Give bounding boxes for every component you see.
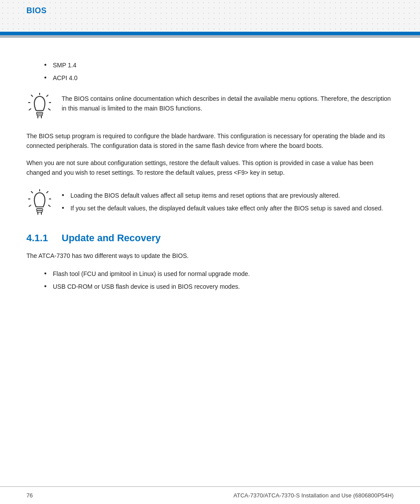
- tip2-bullet-list: Loading the BIOS default values affect a…: [62, 191, 383, 217]
- svg-line-19: [48, 205, 50, 206]
- page-number: 76: [26, 492, 33, 499]
- tip-box-1: The BIOS contains online documentation w…: [26, 92, 394, 122]
- list-item: SMP 1.4: [44, 61, 394, 70]
- top-bullet-list: SMP 1.4 ACPI 4.0: [44, 61, 394, 83]
- blue-bar: [0, 32, 420, 35]
- svg-line-6: [48, 109, 50, 110]
- gray-bar: [0, 35, 420, 38]
- svg-line-14: [31, 191, 33, 193]
- lightbulb-svg-1: [28, 93, 51, 121]
- svg-line-1: [31, 95, 33, 96]
- section-411-intro: The ATCA-7370 has two different ways to …: [26, 251, 394, 261]
- lightbulb-svg-2: [28, 189, 51, 218]
- list-item: USB CD-ROM or USB flash device is used i…: [44, 282, 394, 291]
- section-number: 4.1.1: [26, 232, 53, 244]
- body-paragraph-1: The BIOS setup program is required to co…: [26, 131, 394, 151]
- page-title: BIOS: [26, 6, 47, 15]
- section-title: Update and Recovery: [62, 232, 161, 244]
- list-item: Loading the BIOS default values affect a…: [62, 191, 383, 200]
- header-dots: [0, 0, 420, 32]
- header-pattern: BIOS: [0, 0, 420, 32]
- svg-line-15: [47, 191, 48, 193]
- lightbulb-icon-2: [26, 188, 53, 219]
- body-paragraph-2: When you are not sure about configuratio…: [26, 158, 394, 178]
- lightbulb-icon-1: [26, 92, 53, 122]
- list-item: Flash tool (FCU and ipmitool in Linux) i…: [44, 269, 394, 279]
- svg-line-2: [47, 95, 48, 96]
- list-item: ACPI 4.0: [44, 74, 394, 83]
- section-411-heading: 4.1.1 Update and Recovery: [26, 232, 394, 244]
- page-footer: 76 ATCA-7370/ATCA-7370-S Installation an…: [0, 486, 420, 504]
- section-411-bullets: Flash tool (FCU and ipmitool in Linux) i…: [44, 269, 394, 291]
- svg-line-18: [29, 205, 31, 206]
- document-title: ATCA-7370/ATCA-7370-S Installation and U…: [233, 492, 394, 499]
- svg-line-5: [29, 109, 31, 110]
- tip-box-2: Loading the BIOS default values affect a…: [26, 187, 394, 219]
- tip-text-1: The BIOS contains online documentation w…: [62, 92, 394, 114]
- main-content: SMP 1.4 ACPI 4.0: [0, 39, 420, 335]
- list-item: If you set the default values, the displ…: [62, 204, 383, 213]
